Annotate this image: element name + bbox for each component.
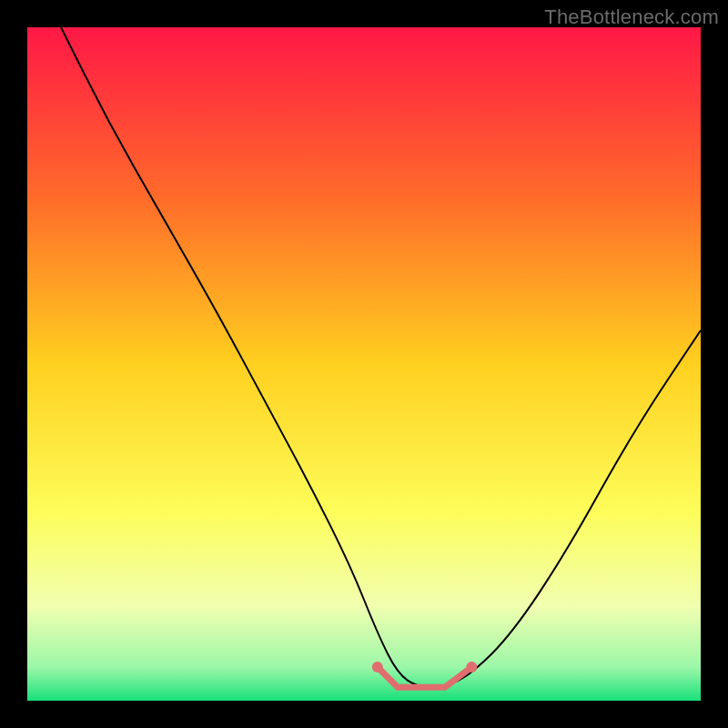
chart-svg [27,27,701,701]
optimal-range-dot [466,662,477,672]
optimal-range-dot [372,662,383,672]
chart-plot-area [27,27,701,701]
watermark-text: TheBottleneck.com [544,5,719,29]
chart-frame: TheBottleneck.com [0,0,728,728]
